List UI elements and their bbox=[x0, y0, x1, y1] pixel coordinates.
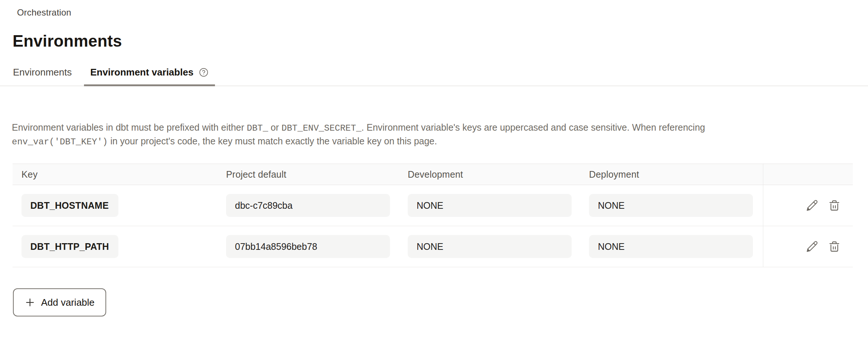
description-code: DBT_ENV_SECRET_ bbox=[282, 123, 361, 133]
tab-bar: Environments Environment variables bbox=[0, 67, 868, 86]
tab-environments[interactable]: Environments bbox=[7, 67, 78, 86]
variable-key-chip: DBT_HOSTNAME bbox=[21, 194, 118, 217]
edit-variable-button[interactable] bbox=[805, 240, 819, 253]
help-icon[interactable] bbox=[199, 67, 209, 77]
trash-icon bbox=[828, 199, 841, 212]
development-cell: NONE bbox=[399, 235, 580, 258]
deployment-value-chip: NONE bbox=[589, 235, 753, 258]
row-actions bbox=[763, 226, 853, 267]
project-default-value-chip: 07bb14a8596beb78 bbox=[226, 235, 390, 258]
description-text: . Environment variable's keys are upperc… bbox=[361, 122, 705, 133]
tab-environment-variables-label: Environment variables bbox=[90, 67, 194, 78]
column-header-deployment: Deployment bbox=[580, 169, 763, 180]
column-header-key: Key bbox=[13, 169, 217, 180]
column-header-project-default: Project default bbox=[217, 169, 399, 180]
pencil-icon bbox=[806, 240, 818, 253]
development-value-chip: NONE bbox=[408, 235, 572, 258]
deployment-cell: NONE bbox=[580, 235, 763, 258]
page-title: Environments bbox=[13, 32, 122, 50]
delete-variable-button[interactable] bbox=[828, 240, 841, 253]
page-description: Environment variables in dbt must be pre… bbox=[12, 121, 785, 148]
trash-icon bbox=[828, 240, 841, 253]
key-cell: DBT_HOSTNAME bbox=[13, 194, 217, 217]
delete-variable-button[interactable] bbox=[828, 199, 841, 212]
variable-key-chip: DBT_HTTP_PATH bbox=[21, 235, 118, 258]
table-row: DBT_HOSTNAME dbc-c7c89cba NONE NONE bbox=[13, 185, 853, 226]
description-text: Environment variables in dbt must be pre… bbox=[12, 122, 247, 133]
tab-environments-label: Environments bbox=[13, 67, 72, 78]
description-code: env_var('DBT_KEY') bbox=[12, 137, 108, 147]
tab-environment-variables[interactable]: Environment variables bbox=[84, 67, 215, 86]
column-header-actions bbox=[763, 164, 853, 185]
breadcrumb: Orchestration bbox=[17, 7, 71, 18]
edit-variable-button[interactable] bbox=[805, 199, 819, 212]
development-cell: NONE bbox=[399, 194, 580, 217]
environment-variables-table: Key Project default Development Deployme… bbox=[13, 164, 853, 267]
project-default-cell: dbc-c7c89cba bbox=[217, 194, 399, 217]
add-variable-label: Add variable bbox=[41, 297, 95, 308]
add-variable-button[interactable]: Add variable bbox=[13, 288, 106, 316]
deployment-cell: NONE bbox=[580, 194, 763, 217]
description-text: or bbox=[268, 122, 282, 133]
plus-icon bbox=[24, 297, 36, 308]
description-code: DBT_ bbox=[247, 123, 268, 133]
column-header-development: Development bbox=[399, 169, 580, 180]
key-cell: DBT_HTTP_PATH bbox=[13, 235, 217, 258]
project-default-cell: 07bb14a8596beb78 bbox=[217, 235, 399, 258]
table-row: DBT_HTTP_PATH 07bb14a8596beb78 NONE NONE bbox=[13, 226, 853, 267]
table-header-row: Key Project default Development Deployme… bbox=[13, 164, 853, 185]
description-text: in your project's code, the key must mat… bbox=[108, 136, 437, 146]
pencil-icon bbox=[806, 199, 818, 212]
deployment-value-chip: NONE bbox=[589, 194, 753, 217]
development-value-chip: NONE bbox=[408, 194, 572, 217]
project-default-value-chip: dbc-c7c89cba bbox=[226, 194, 390, 217]
row-actions bbox=[763, 185, 853, 226]
